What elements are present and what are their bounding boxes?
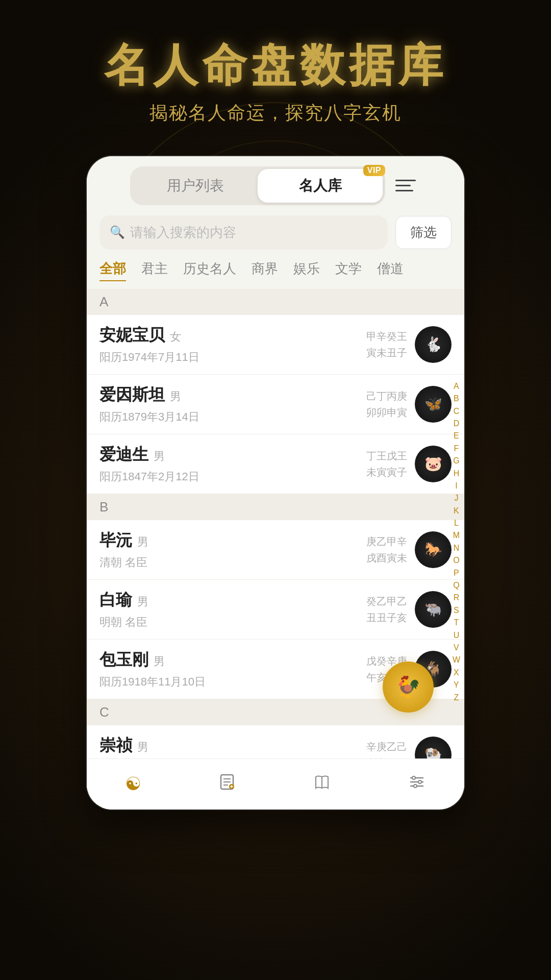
yinyang-icon: ☯ (125, 773, 141, 795)
alpha-w[interactable]: W (453, 654, 460, 666)
alpha-h[interactable]: H (453, 468, 460, 479)
cat-business[interactable]: 商界 (252, 260, 278, 281)
settings-icon (408, 773, 426, 796)
name-row-baiyu: 白瑜 男 (99, 589, 366, 611)
alpha-p[interactable]: P (453, 568, 460, 579)
ganzhi2-edison: 未寅寅子 (366, 464, 407, 480)
alpha-g[interactable]: G (453, 455, 460, 467)
search-input-wrap[interactable]: 🔍 请输入搜索的内容 (99, 215, 388, 250)
ganzhi1-edison: 丁王戊王 (366, 448, 407, 464)
cat-all[interactable]: 全部 (99, 260, 126, 281)
alpha-f[interactable]: F (453, 443, 460, 454)
name-row-biyuan: 毕沅 男 (99, 529, 366, 552)
name-biyuan: 毕沅 (99, 529, 132, 552)
date-biyuan: 清朝 名臣 (99, 555, 366, 570)
filter-button[interactable]: 筛选 (395, 216, 452, 249)
name-baoyugang: 包玉刚 (99, 649, 148, 671)
name-edison: 爱迪生 (99, 444, 148, 466)
nav-yinyang[interactable]: ☯ (115, 768, 152, 800)
alphabet-index: A B C D E F G H I J K L M N O P Q R S T … (453, 381, 460, 703)
search-bar: 🔍 请输入搜索的内容 筛选 (99, 215, 452, 250)
alpha-o[interactable]: O (453, 555, 460, 566)
alpha-d[interactable]: D (453, 418, 460, 429)
cat-religion[interactable]: 僧道 (377, 260, 404, 281)
ganzhi1-annie: 甲辛癸王 (366, 328, 407, 345)
alpha-i[interactable]: I (453, 480, 460, 492)
alpha-s[interactable]: S (453, 605, 460, 616)
person-info-edison: 爱迪生 男 阳历1847年2月12日 (99, 444, 366, 484)
alpha-j[interactable]: J (453, 493, 460, 504)
alpha-a[interactable]: A (453, 381, 460, 392)
avatar-symbol-einstein: 🦋 (424, 396, 442, 412)
name-annie: 安妮宝贝 (99, 324, 165, 347)
menu-button[interactable] (395, 173, 421, 199)
cat-literature[interactable]: 文学 (335, 260, 362, 281)
alpha-r[interactable]: R (453, 592, 460, 603)
tab-celebrity-db[interactable]: 名人库 VIP (258, 169, 383, 203)
nav-settings[interactable] (397, 768, 436, 801)
category-bar: 全部 君主 历史名人 商界 娱乐 文学 僧道 (87, 255, 464, 289)
date-einstein: 阳历1879年3月14日 (99, 409, 366, 425)
alpha-c[interactable]: C (453, 406, 460, 417)
tab-buttons-group: 用户列表 名人库 VIP (130, 166, 385, 205)
avatar-symbol-edison: 🐷 (424, 455, 442, 472)
section-header-a: A (87, 289, 464, 315)
ganzhi2-baiyu: 丑丑子亥 (366, 609, 407, 626)
alpha-t[interactable]: T (453, 617, 460, 628)
alpha-y[interactable]: Y (453, 679, 460, 691)
date-baiyu: 明朝 名臣 (99, 615, 366, 630)
name-einstein: 爱因斯坦 (99, 384, 165, 406)
person-info-baoyugang: 包玉刚 男 阳历1918年11月10日 (99, 649, 366, 690)
gender-baoyugang: 男 (154, 654, 165, 669)
alpha-u[interactable]: U (453, 630, 460, 641)
person-info-baiyu: 白瑜 男 明朝 名臣 (99, 589, 366, 630)
person-info-biyuan: 毕沅 男 清朝 名臣 (99, 529, 366, 570)
tab-bar: 用户列表 名人库 VIP (87, 156, 464, 210)
menu-line-2 (395, 185, 411, 186)
tab-user-list[interactable]: 用户列表 (133, 169, 258, 203)
nav-notes[interactable] (208, 768, 246, 801)
alpha-z[interactable]: Z (453, 692, 460, 703)
avatar-symbol-annie: 🐇 (424, 336, 442, 353)
gender-annie: 女 (170, 329, 181, 345)
person-item-biyuan[interactable]: 毕沅 男 清朝 名臣 庚乙甲辛 戌酉寅未 🐎 (87, 520, 464, 580)
ganzhi-annie: 甲辛癸王 寅未丑子 (366, 328, 407, 361)
search-icon: 🔍 (110, 225, 125, 239)
alpha-x[interactable]: X (453, 667, 460, 678)
ganzhi-einstein: 己丁丙庚 卯卯申寅 (366, 388, 407, 421)
cat-history[interactable]: 历史名人 (183, 260, 236, 281)
name-row-chongzhen: 崇祯 男 (99, 734, 366, 757)
alpha-k[interactable]: K (453, 505, 460, 517)
alpha-e[interactable]: E (453, 430, 460, 442)
person-item-edison[interactable]: 爱迪生 男 阳历1847年2月12日 丁王戊王 未寅寅子 🐷 (87, 434, 464, 494)
floating-coin[interactable]: 🐓 (383, 662, 434, 713)
person-item-baiyu[interactable]: 白瑜 男 明朝 名臣 癸乙甲乙 丑丑子亥 🐃 (87, 580, 464, 640)
nav-book[interactable] (303, 768, 341, 801)
ganzhi-biyuan: 庚乙甲辛 戌酉寅未 (366, 533, 407, 566)
ganzhi1-baiyu: 癸乙甲乙 (366, 593, 407, 609)
svg-point-11 (412, 776, 415, 779)
date-annie: 阳历1974年7月11日 (99, 350, 366, 365)
avatar-annie: 🐇 (415, 326, 452, 363)
alpha-q[interactable]: Q (453, 580, 460, 591)
ganzhi2-einstein: 卯卯申寅 (366, 404, 407, 421)
alpha-m[interactable]: M (453, 530, 460, 541)
alpha-l[interactable]: L (453, 518, 460, 529)
avatar-symbol-baiyu: 🐃 (424, 601, 442, 618)
bottom-nav: ☯ (87, 758, 464, 810)
cat-ruler[interactable]: 君主 (141, 260, 168, 281)
phone-mockup: 用户列表 名人库 VIP 🔍 请输入搜索的内容 筛选 全部 君主 历史名人 商界… (87, 156, 464, 810)
vip-badge: VIP (363, 165, 385, 176)
person-item-annie[interactable]: 安妮宝贝 女 阳历1974年7月11日 甲辛癸王 寅未丑子 🐇 (87, 315, 464, 375)
cat-entertainment[interactable]: 娱乐 (293, 260, 320, 281)
avatar-baiyu: 🐃 (415, 591, 452, 628)
ganzhi2-annie: 寅未丑子 (366, 345, 407, 361)
alpha-n[interactable]: N (453, 543, 460, 554)
header-section: 名人命盘数据库 揭秘名人命运，探究八字玄机 (0, 0, 551, 126)
person-info-einstein: 爱因斯坦 男 阳历1879年3月14日 (99, 384, 366, 425)
date-baoyugang: 阳历1918年11月10日 (99, 674, 366, 690)
person-item-einstein[interactable]: 爱因斯坦 男 阳历1879年3月14日 己丁丙庚 卯卯申寅 🦋 (87, 375, 464, 434)
alpha-v[interactable]: V (453, 642, 460, 653)
book-icon (313, 773, 331, 796)
alpha-b[interactable]: B (453, 393, 460, 404)
